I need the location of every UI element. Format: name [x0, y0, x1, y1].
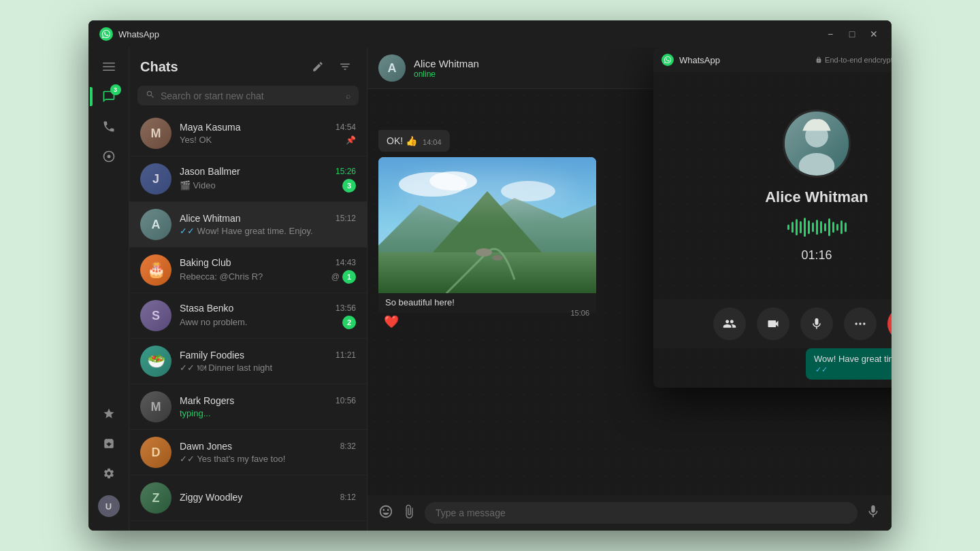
unread-badge: 3: [342, 179, 356, 193]
chat-list-header: Chats: [129, 48, 367, 83]
mention-badge: 1: [342, 270, 356, 284]
call-title: WhatsApp: [679, 55, 810, 65]
mute-button[interactable]: [800, 307, 833, 340]
svg-point-8: [501, 181, 555, 201]
chat-info: Mark Rogers 10:56 typing...: [180, 395, 356, 418]
list-item[interactable]: 🎂 Baking Club 14:43 Rebecca: @Chris R? @…: [129, 248, 367, 293]
call-contact-name: Alice Whitman: [765, 188, 868, 206]
chats-badge: 3: [110, 84, 121, 95]
app-window: WhatsApp − □ ✕ 3: [88, 20, 892, 531]
chat-name: Maya Kasuma: [180, 122, 240, 133]
chat-name: Stasa Benko: [180, 303, 233, 314]
list-item[interactable]: M Maya Kasuma 14:54 Yes! OK 📌: [129, 111, 367, 156]
call-logo: [662, 54, 674, 66]
chat-info: Family Foodies 11:21 ✓✓ 🍽 Dinner last ni…: [180, 350, 356, 373]
chat-info: Maya Kasuma 14:54 Yes! OK 📌: [180, 122, 356, 145]
end-call-button[interactable]: [887, 307, 892, 340]
settings-button[interactable]: [95, 460, 122, 487]
svg-rect-1: [103, 66, 115, 67]
filter-button[interactable]: [334, 56, 356, 78]
list-item[interactable]: S Stasa Benko 13:56 Aww no problem. 2: [129, 293, 367, 339]
icon-bar-bottom: U: [95, 400, 122, 525]
search-bar: ⌕: [137, 86, 359, 105]
chat-time: 8:12: [340, 492, 356, 502]
call-sent-text: Wow! Have great time. Enjoy.: [814, 354, 892, 364]
message-photo: [378, 157, 596, 293]
menu-button[interactable]: [95, 53, 122, 80]
chat-time: 15:26: [336, 167, 356, 176]
chat-preview: typing...: [180, 408, 211, 418]
chat-name: Ziggy Woodley: [180, 492, 242, 503]
chat-name: Alice Whitman: [180, 213, 240, 224]
avatar: 🥗: [140, 346, 172, 377]
avatar: M: [140, 118, 172, 149]
chat-info: Jason Ballmer 15:26 🎬 Video 3: [180, 166, 356, 193]
attach-button[interactable]: [402, 504, 416, 522]
list-item[interactable]: J Jason Ballmer 15:26 🎬 Video 3: [129, 156, 367, 202]
window-controls: − □ ✕: [823, 27, 881, 41]
list-item[interactable]: Z Ziggy Woodley 8:12: [129, 475, 367, 521]
svg-point-4: [107, 155, 110, 158]
chat-time: 14:43: [336, 258, 356, 267]
svg-point-19: [859, 322, 861, 324]
chats-title: Chats: [140, 59, 178, 75]
avatar: S: [140, 300, 172, 331]
list-item[interactable]: D Dawn Jones 8:32 ✓✓ Yes that's my fave …: [129, 430, 367, 475]
calls-button[interactable]: [95, 113, 122, 140]
chat-preview: Yes! OK: [180, 135, 212, 145]
chat-preview: 🎬 Video: [180, 180, 216, 190]
svg-point-12: [476, 248, 492, 256]
emoji-button[interactable]: [378, 504, 393, 522]
image-caption: So beautiful here!: [385, 297, 589, 307]
list-item[interactable]: 🥗 Family Foodies 11:21 ✓✓ 🍽 Dinner last …: [129, 339, 367, 384]
svg-point-20: [863, 322, 865, 324]
svg-point-6: [399, 172, 467, 197]
chat-preview: Rebecca: @Chris R?: [180, 271, 263, 282]
list-item[interactable]: M Mark Rogers 10:56 typing...: [129, 384, 367, 430]
call-overlay: WhatsApp End-to-end endcrypted − □ ✕: [653, 48, 892, 388]
new-chat-button[interactable]: [307, 56, 329, 78]
chat-time: 15:12: [336, 214, 356, 223]
svg-point-7: [429, 171, 477, 190]
chats-button[interactable]: 3: [95, 83, 122, 110]
maximize-button[interactable]: □: [845, 27, 859, 41]
search-end-icon: ⌕: [346, 91, 350, 101]
video-toggle-button[interactable]: [757, 307, 789, 340]
participants-button[interactable]: [713, 307, 746, 340]
message-reaction: ❤️: [384, 314, 596, 329]
archive-button[interactable]: [95, 430, 122, 457]
avatar: J: [140, 163, 172, 195]
chat-name: Jason Ballmer: [180, 166, 240, 177]
app-title: WhatsApp: [118, 29, 823, 39]
chat-time: 14:54: [336, 122, 356, 132]
more-options-button[interactable]: [844, 307, 877, 340]
icon-bar: 3 U: [88, 48, 129, 531]
icon-bar-top: 3: [95, 53, 122, 400]
app-body: 3 U: [88, 48, 892, 531]
mic-button[interactable]: [866, 504, 881, 522]
starred-button[interactable]: [95, 400, 122, 427]
message-input[interactable]: [425, 502, 858, 524]
list-item[interactable]: A Alice Whitman 15:12 ✓✓ Wow! Have great…: [129, 202, 367, 248]
chat-list-panel: Chats ⌕: [129, 48, 368, 531]
message-text: OK! 👍: [387, 135, 417, 146]
chat-name: Family Foodies: [180, 350, 244, 361]
message-time: 14:04: [423, 138, 442, 146]
contact-avatar[interactable]: A: [378, 54, 406, 82]
svg-rect-11: [378, 252, 596, 293]
svg-point-17: [799, 153, 835, 178]
call-action-bar: [653, 299, 892, 348]
chat-list-actions: [307, 56, 356, 78]
search-input[interactable]: [161, 90, 340, 101]
call-e2e-label: End-to-end endcrypted: [815, 56, 892, 64]
close-button[interactable]: ✕: [867, 27, 881, 41]
chat-time: 11:21: [336, 350, 356, 360]
profile-avatar[interactable]: U: [95, 492, 122, 520]
minimize-button[interactable]: −: [823, 27, 837, 41]
chat-name: Mark Rogers: [180, 395, 234, 406]
main-chat: A Alice Whitman online: [368, 48, 892, 531]
chat-time: 13:56: [336, 303, 356, 313]
status-button[interactable]: [95, 143, 122, 170]
chat-items: M Maya Kasuma 14:54 Yes! OK 📌: [129, 111, 367, 531]
pin-icon: 📌: [346, 135, 356, 145]
